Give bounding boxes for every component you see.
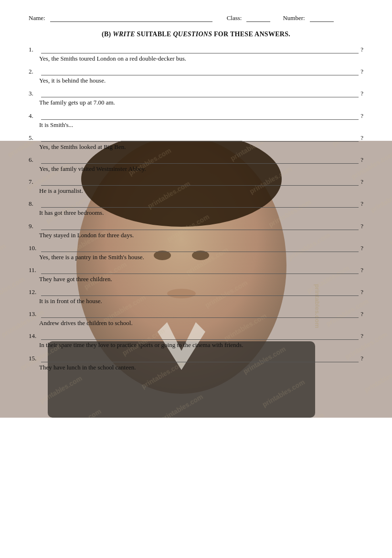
question-answer-5: Yes, the Smiths looked at Big Ben.: [29, 143, 363, 151]
question-item-7: 7.?He is a journalist.: [29, 178, 363, 195]
question-number-7: 7.: [29, 178, 39, 186]
question-line-13[interactable]: [41, 310, 359, 318]
question-answer-2: Yes, it is behind the house.: [29, 76, 363, 85]
question-mark-15: ?: [360, 355, 363, 362]
question-answer-4: It is Smith's...: [29, 121, 363, 129]
header-row: Name: Class: Number:: [29, 14, 363, 22]
question-line-15[interactable]: [41, 355, 359, 362]
question-item-14: 14.?In their spare time they love to pra…: [29, 332, 363, 349]
question-number-3: 3.: [29, 90, 39, 97]
question-mark-6: ?: [360, 156, 363, 164]
question-number-4: 4.: [29, 112, 39, 120]
question-mark-2: ?: [360, 68, 363, 75]
question-mark-8: ?: [360, 200, 363, 208]
question-item-10: 10.?Yes, there is a pantry in the Smith'…: [29, 244, 363, 262]
question-line-5[interactable]: [41, 134, 359, 142]
content: Name: Class: Number: (B) WRITE SUITABLE …: [29, 14, 363, 372]
question-answer-9: They stayed in London for three days.: [29, 231, 363, 240]
question-item-11: 11.?They have got three children.: [29, 266, 363, 284]
question-mark-10: ?: [360, 244, 363, 252]
question-answer-6: Yes, the family visited Westminster Abbe…: [29, 165, 363, 173]
question-line-7[interactable]: [41, 178, 359, 186]
question-answer-14: In their spare time they love to practic…: [29, 341, 363, 349]
question-answer-12: It is in front of the house.: [29, 297, 363, 305]
question-answer-3: The family gets up at 7.00 am.: [29, 98, 363, 107]
questions-list: 1.?Yes, the Smiths toured London on a re…: [29, 46, 363, 372]
title-part-c: SUITABLE: [137, 31, 171, 38]
question-number-12: 12.: [29, 288, 39, 296]
question-number-15: 15.: [29, 355, 39, 362]
page: printables.com printables.com: [0, 0, 392, 558]
question-answer-7: He is a journalist.: [29, 187, 363, 195]
question-item-4: 4.?It is Smith's...: [29, 112, 363, 129]
question-mark-4: ?: [360, 112, 363, 120]
question-item-6: 6.?Yes, the family visited Westminster A…: [29, 156, 363, 173]
question-number-14: 14.: [29, 332, 39, 340]
question-mark-11: ?: [360, 266, 363, 274]
question-mark-13: ?: [360, 310, 363, 318]
question-line-3[interactable]: [41, 90, 359, 97]
question-number-5: 5.: [29, 134, 39, 142]
title-part-a: (B): [102, 31, 111, 38]
page-title: (B) WRITE SUITABLE QUESTIONS FOR THESE A…: [29, 31, 363, 38]
question-number-1: 1.: [29, 46, 39, 53]
question-answer-1: Yes, the Smiths toured London on a red d…: [29, 54, 363, 63]
question-line-8[interactable]: [41, 200, 359, 208]
question-line-4[interactable]: [41, 112, 359, 120]
question-answer-13: Andrew drives the children to school.: [29, 319, 363, 327]
question-mark-7: ?: [360, 178, 363, 186]
question-number-2: 2.: [29, 68, 39, 75]
question-item-13: 13.?Andrew drives the children to school…: [29, 310, 363, 327]
question-item-3: 3.?The family gets up at 7.00 am.: [29, 90, 363, 107]
class-label: Class:: [227, 14, 242, 22]
question-number-11: 11.: [29, 266, 39, 274]
question-item-15: 15.?They have lunch in the school cantee…: [29, 355, 363, 372]
question-mark-12: ?: [360, 288, 363, 296]
title-part-d: QUESTIONS: [173, 31, 212, 38]
question-line-14[interactable]: [41, 332, 359, 340]
question-line-6[interactable]: [41, 156, 359, 164]
question-item-8: 8.?It has got three bedrooms.: [29, 200, 363, 217]
question-mark-3: ?: [360, 90, 363, 97]
question-mark-1: ?: [360, 46, 363, 53]
question-line-10[interactable]: [41, 244, 359, 252]
class-input-line: [246, 14, 270, 22]
question-item-5: 5.?Yes, the Smiths looked at Big Ben.: [29, 134, 363, 151]
question-line-11[interactable]: [41, 266, 359, 274]
question-item-9: 9.?They stayed in London for three days.: [29, 222, 363, 240]
question-mark-14: ?: [360, 332, 363, 340]
question-line-9[interactable]: [41, 222, 359, 230]
question-answer-8: It has got three bedrooms.: [29, 209, 363, 217]
question-answer-10: Yes, there is a pantry in the Smith's ho…: [29, 253, 363, 262]
question-answer-11: They have got three children.: [29, 275, 363, 284]
question-line-1[interactable]: [41, 46, 359, 53]
question-item-12: 12.?It is in front of the house.: [29, 288, 363, 305]
question-item-2: 2.?Yes, it is behind the house.: [29, 68, 363, 85]
name-input-line: [50, 14, 212, 22]
number-input-line: [310, 14, 334, 22]
title-part-e: FOR THESE ANSWERS.: [214, 31, 290, 38]
question-line-2[interactable]: [41, 68, 359, 75]
question-mark-5: ?: [360, 134, 363, 142]
question-item-1: 1.?Yes, the Smiths toured London on a re…: [29, 46, 363, 63]
question-number-13: 13.: [29, 310, 39, 318]
question-number-9: 9.: [29, 222, 39, 230]
name-label: Name:: [29, 14, 45, 22]
title-part-b: WRITE: [113, 31, 135, 38]
question-number-6: 6.: [29, 156, 39, 164]
question-line-12[interactable]: [41, 288, 359, 296]
number-label: Number:: [283, 14, 305, 22]
question-answer-15: They have lunch in the school canteen.: [29, 363, 363, 372]
question-number-8: 8.: [29, 200, 39, 208]
question-mark-9: ?: [360, 222, 363, 230]
question-number-10: 10.: [29, 244, 39, 252]
